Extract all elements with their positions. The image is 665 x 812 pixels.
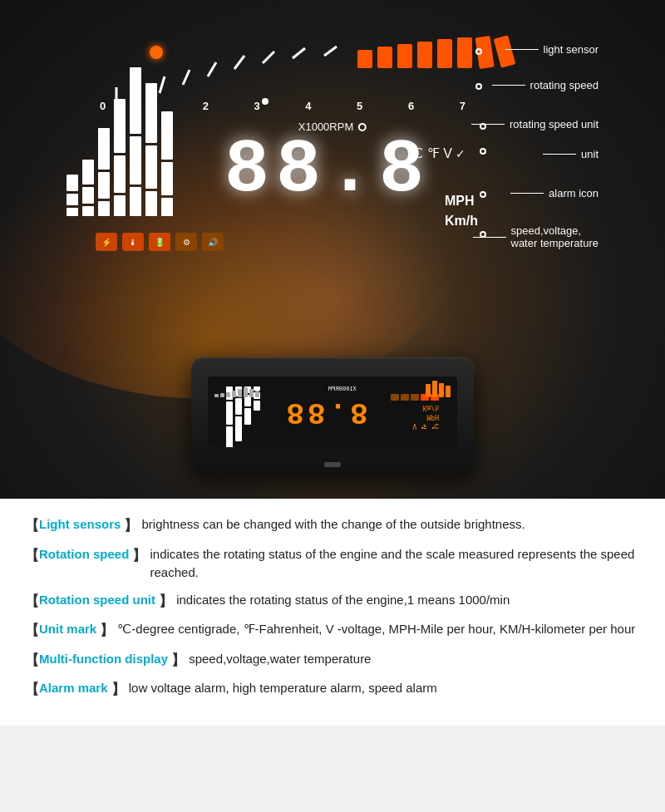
- hud-image-section: 0 1 2 3 4 5 6 7 X1000RPM ℃ ℉ V ✓: [0, 0, 665, 499]
- feature-label-4: Multi-function display: [39, 650, 168, 669]
- physical-device: V ℉ ℃ MPH Km/h 8.88: [191, 357, 474, 474]
- device-digits: 8.88: [283, 395, 367, 429]
- alarm-annot-dot: [480, 191, 486, 198]
- feature-label-0: Light sensors: [39, 515, 121, 534]
- feature-label-2: Rotation speed unit: [39, 591, 155, 610]
- svg-rect-9: [357, 50, 372, 68]
- unit-annotation: unit: [543, 148, 598, 160]
- svg-rect-12: [417, 42, 432, 68]
- svg-line-4: [208, 62, 216, 76]
- light-sensor-annot-dot: [475, 48, 482, 55]
- feature-label-1: Rotation speed: [39, 545, 129, 564]
- scale-end-dot: [262, 98, 268, 105]
- equalizer-bars: [66, 133, 173, 216]
- feature-label-3: Unit mark: [39, 620, 96, 639]
- rotating-speed-annot-dot: [475, 83, 482, 90]
- light-sensor-annotation: light sensor: [505, 43, 598, 56]
- svg-line-3: [183, 70, 190, 85]
- hud-display: 0 1 2 3 4 5 6 7 X1000RPM ℃ ℉ V ✓: [50, 25, 615, 291]
- feature-row-5: 【 Alarm mark 】 low voltage alarm, high t…: [25, 679, 640, 701]
- mph-label: MPH: [445, 191, 478, 211]
- svg-rect-14: [457, 37, 472, 68]
- alarm-icon-5: 🔊: [202, 233, 224, 251]
- alarm-icon-3: 🔋: [149, 233, 170, 251]
- svg-rect-10: [377, 47, 392, 68]
- rotating-speed-annotation: rotating speed: [492, 79, 598, 91]
- svg-line-8: [324, 47, 337, 56]
- svg-rect-13: [437, 39, 452, 68]
- feature-desc-1: indicates the rotating status of the eng…: [150, 545, 640, 583]
- feature-desc-5: low voltage alarm, high temperature alar…: [129, 679, 640, 698]
- feature-row-3: 【 Unit mark 】 ℃-degree centigrade, ℉-Fah…: [25, 620, 640, 642]
- unit-annot-dot: [480, 148, 486, 155]
- svg-line-6: [263, 52, 274, 63]
- alarm-icon-4: ⚙: [175, 233, 197, 251]
- feature-descriptions: 【 Light sensors 】 brightness can be chan…: [0, 499, 665, 726]
- feature-row-1: 【 Rotation speed 】 indicates the rotatin…: [25, 545, 640, 583]
- alarm-icon-2: 🌡: [122, 233, 144, 251]
- svg-rect-11: [397, 44, 412, 68]
- alarm-icon-annotation: alarm icon: [510, 187, 598, 199]
- device-screen: V ℉ ℃ MPH Km/h 8.88: [208, 376, 457, 447]
- svg-line-5: [234, 56, 244, 69]
- feature-desc-2: indicates the rotating status of the eng…: [176, 591, 640, 610]
- feature-row-4: 【 Multi-function display 】 speed,voltage…: [25, 650, 640, 672]
- light-sensor-dot: [150, 46, 163, 59]
- feature-row-0: 【 Light sensors 】 brightness can be chan…: [25, 515, 640, 537]
- main-speed-display: 88.8: [224, 133, 424, 208]
- alarm-icon-1: ⚡: [96, 233, 117, 251]
- speed-voltage-annotation: speed,voltage, water temperature: [473, 224, 599, 249]
- feature-desc-4: speed,voltage,water temperature: [189, 650, 640, 669]
- feature-desc-0: brightness can be changed with the chang…: [142, 515, 640, 534]
- alarm-icons-row: ⚡ 🌡 🔋 ⚙ 🔊: [96, 233, 224, 251]
- svg-line-2: [160, 76, 165, 93]
- device-usb-port: [324, 462, 341, 467]
- feature-desc-3: ℃-degree centigrade, ℉-Fahrenheit, V -vo…: [117, 620, 640, 639]
- feature-label-5: Alarm mark: [39, 679, 108, 698]
- svg-line-7: [293, 48, 305, 58]
- rotating-speed-unit-annotation: rotating speed unit: [471, 118, 598, 130]
- feature-row-2: 【 Rotation speed unit 】 indicates the ro…: [25, 591, 640, 613]
